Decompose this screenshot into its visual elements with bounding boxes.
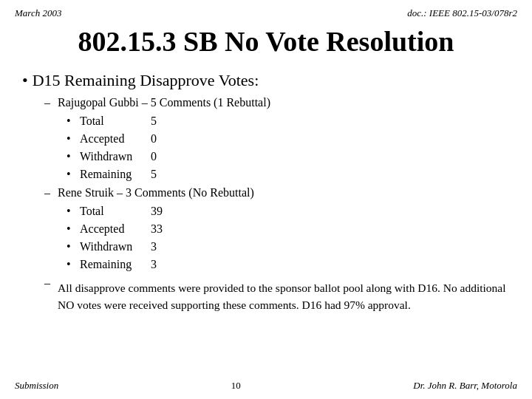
sub-value-total-2: 39 [151,202,163,220]
sub-bullet-accepted-1: • Accepted 0 [66,130,510,148]
sub-value-accepted-2: 33 [151,220,163,238]
sub-bullet-withdrawn-2: • Withdrawn 3 [66,238,510,256]
sub-bullet-accepted-2: • Accepted 33 [66,220,510,238]
dash-symbol-1: – [44,96,55,109]
dash-symbol-2: – [44,186,55,200]
header-doc: doc.: IEEE 802.15-03/078r2 [407,7,517,19]
sub-label-total-1: Total [80,112,146,130]
footer-center: 10 [231,380,241,392]
sub-value-accepted-1: 0 [151,130,157,148]
title-section: 802.15.3 SB No Vote Resolution [0,22,532,66]
sub-label-accepted-2: Accepted [80,220,146,238]
sub-bullet-total-1: • Total 5 [66,112,510,130]
sub-value-withdrawn-2: 3 [151,238,157,256]
sub-label-withdrawn-1: Withdrawn [80,148,146,166]
sub-label-withdrawn-2: Withdrawn [80,238,146,256]
dash-symbol-3: – [44,276,55,290]
sub-value-total-1: 5 [151,112,157,130]
sub-bullet-total-2: • Total 39 [66,202,510,220]
dash-item-1: – Rajugopal Gubbi – 5 Comments (1 Rebutt… [44,96,510,109]
sub-bullet-remaining-2: • Remaining 3 [66,256,510,273]
main-bullet: • D15 Remaining Disapprove Votes: [22,71,510,90]
footer-left: Submission [15,380,58,392]
sub-value-withdrawn-1: 0 [151,148,157,166]
main-bullet-dot: • [22,71,28,90]
sub-bullet-remaining-1: • Remaining 5 [66,166,510,183]
sub-bullets-2: • Total 39 • Accepted 33 • Withdrawn 3 •… [66,202,510,273]
sub-bullet-withdrawn-1: • Withdrawn 0 [66,148,510,166]
sub-bullets-1: • Total 5 • Accepted 0 • Withdrawn 0 • R… [66,112,510,183]
footer: Submission 10 Dr. John R. Barr, Motorola [0,380,532,392]
main-title: 802.15.3 SB No Vote Resolution [15,25,517,59]
content: • D15 Remaining Disapprove Votes: – Raju… [0,66,532,321]
dash-item-2: – Rene Struik – 3 Comments (No Rebuttal) [44,186,510,200]
dash-label-2: Rene Struik – 3 Comments (No Rebuttal) [58,186,254,200]
sub-label-accepted-1: Accepted [80,130,146,148]
sub-label-remaining-2: Remaining [80,256,146,273]
header: March 2003 doc.: IEEE 802.15-03/078r2 [0,0,532,22]
sub-value-remaining-2: 3 [151,256,157,273]
footer-right: Dr. John R. Barr, Motorola [413,380,517,392]
main-bullet-text: D15 Remaining Disapprove Votes: [33,71,259,90]
sub-label-remaining-1: Remaining [80,166,146,183]
dash-label-1: Rajugopal Gubbi – 5 Comments (1 Rebuttal… [58,96,270,109]
header-date: March 2003 [15,7,61,19]
dash-label-3: All disapprove comments were provided to… [58,279,510,314]
sub-label-total-2: Total [80,202,146,220]
dash-item-3: – All disapprove comments were provided … [44,276,510,314]
sub-value-remaining-1: 5 [151,166,157,183]
